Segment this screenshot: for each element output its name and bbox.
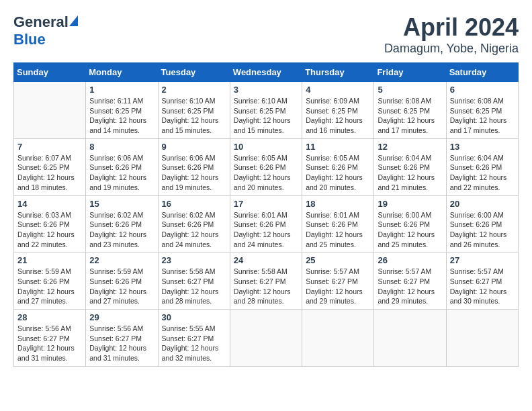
calendar-cell: 24Sunrise: 5:58 AMSunset: 6:27 PMDayligh… xyxy=(230,253,302,310)
calendar-cell: 17Sunrise: 6:01 AMSunset: 6:26 PMDayligh… xyxy=(230,195,302,253)
day-info: Sunrise: 6:02 AMSunset: 6:26 PMDaylight:… xyxy=(162,210,226,250)
calendar-cell: 28Sunrise: 5:56 AMSunset: 6:27 PMDayligh… xyxy=(14,310,86,367)
calendar-cell: 8Sunrise: 6:06 AMSunset: 6:26 PMDaylight… xyxy=(86,138,158,195)
day-info: Sunrise: 6:00 AMSunset: 6:26 PMDaylight:… xyxy=(378,210,442,250)
title-block: April 2024 Damagum, Yobe, Nigeria xyxy=(384,13,519,56)
calendar-header-wednesday: Wednesday xyxy=(230,63,302,82)
day-info: Sunrise: 6:09 AMSunset: 6:25 PMDaylight:… xyxy=(306,96,370,136)
calendar-cell: 21Sunrise: 5:59 AMSunset: 6:26 PMDayligh… xyxy=(14,253,86,310)
day-number: 1 xyxy=(89,85,154,95)
calendar-cell: 19Sunrise: 6:00 AMSunset: 6:26 PMDayligh… xyxy=(374,195,446,253)
logo-general-text: General xyxy=(13,13,69,31)
calendar-week-row: 21Sunrise: 5:59 AMSunset: 6:26 PMDayligh… xyxy=(14,253,519,310)
calendar-cell: 18Sunrise: 6:01 AMSunset: 6:26 PMDayligh… xyxy=(302,195,374,253)
calendar-cell xyxy=(14,82,86,139)
day-info: Sunrise: 6:08 AMSunset: 6:25 PMDaylight:… xyxy=(450,96,515,136)
day-info: Sunrise: 6:06 AMSunset: 6:26 PMDaylight:… xyxy=(162,153,226,193)
calendar-cell xyxy=(446,310,518,367)
calendar-header-thursday: Thursday xyxy=(302,63,374,82)
calendar-week-row: 7Sunrise: 6:07 AMSunset: 6:25 PMDaylight… xyxy=(14,138,519,195)
day-number: 28 xyxy=(17,312,82,322)
logo-triangle-icon xyxy=(69,15,78,26)
logo-blue-text: Blue xyxy=(13,31,46,48)
day-number: 9 xyxy=(162,142,226,152)
day-info: Sunrise: 5:58 AMSunset: 6:27 PMDaylight:… xyxy=(162,267,226,306)
day-info: Sunrise: 6:02 AMSunset: 6:26 PMDaylight:… xyxy=(89,210,154,250)
day-info: Sunrise: 6:04 AMSunset: 6:26 PMDaylight:… xyxy=(450,153,515,193)
calendar-header-tuesday: Tuesday xyxy=(158,63,230,82)
day-number: 2 xyxy=(162,85,226,95)
calendar-cell: 3Sunrise: 6:10 AMSunset: 6:25 PMDaylight… xyxy=(230,82,302,139)
calendar-cell: 1Sunrise: 6:11 AMSunset: 6:25 PMDaylight… xyxy=(86,82,158,139)
calendar-subtitle: Damagum, Yobe, Nigeria xyxy=(384,42,519,56)
day-info: Sunrise: 5:56 AMSunset: 6:27 PMDaylight:… xyxy=(89,324,154,363)
calendar-cell: 14Sunrise: 6:03 AMSunset: 6:26 PMDayligh… xyxy=(14,195,86,253)
day-number: 14 xyxy=(17,199,82,209)
day-info: Sunrise: 6:10 AMSunset: 6:25 PMDaylight:… xyxy=(234,96,298,136)
day-number: 12 xyxy=(378,142,442,152)
day-info: Sunrise: 6:01 AMSunset: 6:26 PMDaylight:… xyxy=(234,210,298,250)
calendar-cell: 25Sunrise: 5:57 AMSunset: 6:27 PMDayligh… xyxy=(302,253,374,310)
calendar-header-saturday: Saturday xyxy=(446,63,518,82)
calendar-cell: 7Sunrise: 6:07 AMSunset: 6:25 PMDaylight… xyxy=(14,138,86,195)
calendar-week-row: 28Sunrise: 5:56 AMSunset: 6:27 PMDayligh… xyxy=(14,310,519,367)
calendar-cell: 16Sunrise: 6:02 AMSunset: 6:26 PMDayligh… xyxy=(158,195,230,253)
day-info: Sunrise: 6:11 AMSunset: 6:25 PMDaylight:… xyxy=(89,96,154,136)
day-info: Sunrise: 6:04 AMSunset: 6:26 PMDaylight:… xyxy=(378,153,442,193)
calendar-cell: 30Sunrise: 5:55 AMSunset: 6:27 PMDayligh… xyxy=(158,310,230,367)
day-info: Sunrise: 5:58 AMSunset: 6:27 PMDaylight:… xyxy=(234,267,298,306)
day-number: 3 xyxy=(234,85,298,95)
day-number: 5 xyxy=(378,85,442,95)
day-number: 6 xyxy=(450,85,515,95)
day-info: Sunrise: 5:57 AMSunset: 6:27 PMDaylight:… xyxy=(378,267,442,306)
day-info: Sunrise: 6:01 AMSunset: 6:26 PMDaylight:… xyxy=(306,210,370,250)
calendar-week-row: 1Sunrise: 6:11 AMSunset: 6:25 PMDaylight… xyxy=(14,82,519,139)
calendar-cell: 15Sunrise: 6:02 AMSunset: 6:26 PMDayligh… xyxy=(86,195,158,253)
day-number: 24 xyxy=(234,255,298,265)
calendar-cell xyxy=(302,310,374,367)
day-info: Sunrise: 6:10 AMSunset: 6:25 PMDaylight:… xyxy=(162,96,226,136)
day-number: 8 xyxy=(89,142,154,152)
calendar-cell: 27Sunrise: 5:57 AMSunset: 6:27 PMDayligh… xyxy=(446,253,518,310)
logo: General Blue xyxy=(13,13,78,48)
day-number: 30 xyxy=(162,312,226,322)
calendar-cell xyxy=(230,310,302,367)
calendar-cell: 23Sunrise: 5:58 AMSunset: 6:27 PMDayligh… xyxy=(158,253,230,310)
day-number: 21 xyxy=(17,255,82,265)
calendar-header-row: SundayMondayTuesdayWednesdayThursdayFrid… xyxy=(14,63,519,82)
day-info: Sunrise: 6:07 AMSunset: 6:25 PMDaylight:… xyxy=(17,153,82,193)
calendar-header-monday: Monday xyxy=(86,63,158,82)
day-info: Sunrise: 5:57 AMSunset: 6:27 PMDaylight:… xyxy=(450,267,515,306)
calendar-cell xyxy=(374,310,446,367)
calendar-cell: 10Sunrise: 6:05 AMSunset: 6:26 PMDayligh… xyxy=(230,138,302,195)
day-info: Sunrise: 6:05 AMSunset: 6:26 PMDaylight:… xyxy=(306,153,370,193)
calendar-table: SundayMondayTuesdayWednesdayThursdayFrid… xyxy=(13,62,519,367)
calendar-week-row: 14Sunrise: 6:03 AMSunset: 6:26 PMDayligh… xyxy=(14,195,519,253)
calendar-header-friday: Friday xyxy=(374,63,446,82)
day-number: 29 xyxy=(89,312,154,322)
calendar-cell: 6Sunrise: 6:08 AMSunset: 6:25 PMDaylight… xyxy=(446,82,518,139)
day-info: Sunrise: 6:00 AMSunset: 6:26 PMDaylight:… xyxy=(450,210,515,250)
calendar-cell: 2Sunrise: 6:10 AMSunset: 6:25 PMDaylight… xyxy=(158,82,230,139)
calendar-cell: 26Sunrise: 5:57 AMSunset: 6:27 PMDayligh… xyxy=(374,253,446,310)
day-number: 7 xyxy=(17,142,82,152)
day-number: 20 xyxy=(450,199,515,209)
calendar-cell: 29Sunrise: 5:56 AMSunset: 6:27 PMDayligh… xyxy=(86,310,158,367)
calendar-cell: 9Sunrise: 6:06 AMSunset: 6:26 PMDaylight… xyxy=(158,138,230,195)
day-number: 18 xyxy=(306,199,370,209)
day-info: Sunrise: 6:05 AMSunset: 6:26 PMDaylight:… xyxy=(234,153,298,193)
day-number: 13 xyxy=(450,142,515,152)
calendar-cell: 13Sunrise: 6:04 AMSunset: 6:26 PMDayligh… xyxy=(446,138,518,195)
day-info: Sunrise: 5:59 AMSunset: 6:26 PMDaylight:… xyxy=(17,267,82,306)
calendar-cell: 5Sunrise: 6:08 AMSunset: 6:25 PMDaylight… xyxy=(374,82,446,139)
day-info: Sunrise: 5:55 AMSunset: 6:27 PMDaylight:… xyxy=(162,324,226,363)
day-number: 22 xyxy=(89,255,154,265)
day-number: 23 xyxy=(162,255,226,265)
page-header: General Blue April 2024 Damagum, Yobe, N… xyxy=(13,13,519,56)
day-number: 26 xyxy=(378,255,442,265)
calendar-cell: 12Sunrise: 6:04 AMSunset: 6:26 PMDayligh… xyxy=(374,138,446,195)
day-number: 11 xyxy=(306,142,370,152)
day-info: Sunrise: 6:08 AMSunset: 6:25 PMDaylight:… xyxy=(378,96,442,136)
day-number: 19 xyxy=(378,199,442,209)
day-number: 16 xyxy=(162,199,226,209)
